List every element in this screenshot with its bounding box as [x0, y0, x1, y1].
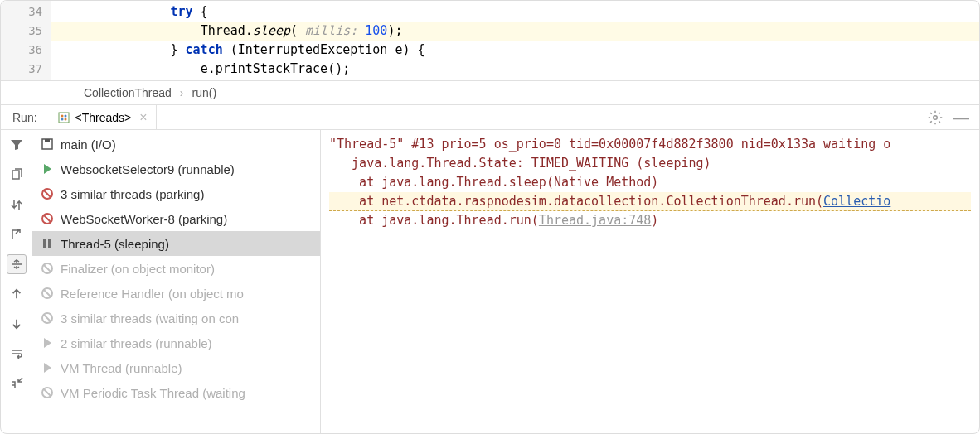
breadcrumb-method[interactable]: run(): [192, 86, 217, 99]
svg-point-2: [64, 114, 66, 117]
stack-trace-line[interactable]: java.lang.Thread.State: TIMED_WAITING (s…: [329, 154, 971, 173]
code-content[interactable]: try { Thread.sleep( millis: 100); } catc…: [51, 1, 979, 80]
run-header: Run: <Threads> × —: [1, 105, 979, 130]
gutter-line: 34: [6, 2, 42, 22]
run-icon: [41, 162, 54, 176]
thread-label: 3 similar threads (waiting on con: [61, 311, 239, 326]
pause-icon: [41, 237, 54, 250]
code-line[interactable]: } catch (InterruptedException e) {: [51, 41, 979, 60]
thread-row[interactable]: VM Thread (runnable): [32, 355, 320, 380]
thread-row[interactable]: WebSocketWorker-8 (parking): [32, 206, 320, 231]
thread-label: WebSocketWorker-8 (parking): [61, 212, 227, 226]
split-icon[interactable]: [7, 254, 27, 274]
gutter-line: 35: [6, 22, 42, 41]
dump-icon: [57, 111, 70, 124]
thread-row[interactable]: 3 similar threads (waiting on con: [32, 306, 320, 330]
thread-label: 2 similar threads (runnable): [61, 336, 212, 350]
stack-trace-line[interactable]: at java.lang.Thread.run(Thread.java:748): [329, 211, 971, 230]
source-link[interactable]: Collectio: [823, 194, 890, 209]
thread-row[interactable]: WebsocketSelector9 (runnable): [32, 157, 320, 181]
socket-icon: [41, 262, 54, 275]
thread-label: main (I/O): [61, 137, 116, 152]
thread-label: WebsocketSelector9 (runnable): [61, 162, 235, 176]
thread-row[interactable]: Thread-5 (sleeping): [32, 231, 320, 256]
breadcrumb[interactable]: CollectionThread › run(): [1, 81, 979, 105]
wrap-icon[interactable]: [7, 344, 27, 364]
run-icon: [41, 336, 54, 350]
thread-row[interactable]: Finalizer (on object monitor): [32, 256, 320, 281]
gutter-line: 37: [6, 60, 42, 79]
socket-icon: [41, 287, 54, 300]
export-icon[interactable]: [7, 224, 27, 244]
breadcrumb-class[interactable]: CollectionThread: [84, 86, 172, 99]
code-line[interactable]: e.printStackTrace();: [51, 60, 979, 79]
svg-rect-8: [45, 139, 50, 142]
vertical-toolbar: [1, 130, 32, 434]
svg-rect-11: [43, 239, 46, 248]
stack-trace-line[interactable]: at java.lang.Thread.sleep(Native Method): [329, 173, 971, 192]
hide-icon[interactable]: —: [953, 113, 969, 122]
thread-row[interactable]: VM Periodic Task Thread (waiting: [32, 380, 320, 405]
socket-icon: [41, 212, 54, 225]
thread-label: Thread-5 (sleeping): [61, 237, 169, 251]
socket-icon: [41, 187, 54, 200]
thread-label: Reference Handler (on object mo: [61, 287, 244, 301]
stack-trace-line[interactable]: "Thread-5" #13 prio=5 os_prio=0 tid=0x00…: [329, 135, 971, 154]
chevron-right-icon: ›: [180, 86, 184, 99]
svg-rect-6: [12, 171, 19, 179]
run-icon: [41, 361, 54, 374]
sort-icon[interactable]: [7, 195, 27, 215]
thread-label: 3 similar threads (parking): [61, 187, 204, 201]
thread-label: Finalizer (on object monitor): [61, 262, 215, 276]
exit-icon[interactable]: [7, 374, 27, 393]
svg-point-4: [64, 118, 66, 120]
tab-label: <Threads>: [75, 111, 132, 124]
thread-list[interactable]: main (I/O)WebsocketSelector9 (runnable)3…: [32, 130, 321, 434]
copy-icon[interactable]: [7, 165, 27, 185]
svg-rect-0: [59, 113, 69, 123]
svg-point-5: [934, 115, 938, 119]
svg-rect-12: [48, 239, 51, 248]
thread-row[interactable]: main (I/O): [32, 132, 320, 157]
thread-label: VM Periodic Task Thread (waiting: [61, 386, 245, 400]
socket-icon: [41, 386, 54, 399]
thread-row[interactable]: Reference Handler (on object mo: [32, 281, 320, 306]
tab-threads[interactable]: <Threads> ×: [49, 105, 157, 129]
down-arrow-icon[interactable]: [7, 314, 27, 334]
gutter-line: 36: [6, 41, 42, 60]
line-gutter: 34353637: [1, 1, 51, 80]
thread-label: VM Thread (runnable): [61, 361, 182, 375]
code-line[interactable]: try {: [51, 2, 979, 22]
run-label: Run:: [1, 111, 49, 124]
close-icon[interactable]: ×: [139, 110, 147, 125]
thread-row[interactable]: 3 similar threads (parking): [32, 181, 320, 206]
code-line[interactable]: Thread.sleep( millis: 100);: [51, 22, 979, 41]
filter-icon[interactable]: [7, 135, 27, 155]
source-link[interactable]: Thread.java:748: [539, 213, 651, 228]
editor: 34353637 try { Thread.sleep( millis: 100…: [1, 1, 979, 81]
thread-dump-panel[interactable]: "Thread-5" #13 prio=5 os_prio=0 tid=0x00…: [321, 130, 979, 434]
stack-trace-line[interactable]: at net.ctdata.raspnodesim.datacollection…: [329, 192, 971, 211]
socket-icon: [41, 311, 54, 325]
thread-row[interactable]: 2 similar threads (runnable): [32, 330, 320, 355]
run-toolwindow: main (I/O)WebsocketSelector9 (runnable)3…: [1, 130, 979, 434]
svg-point-3: [61, 118, 63, 120]
save-icon: [41, 137, 54, 151]
svg-point-1: [61, 114, 63, 117]
up-arrow-icon[interactable]: [7, 284, 27, 304]
gear-icon[interactable]: [928, 110, 943, 125]
